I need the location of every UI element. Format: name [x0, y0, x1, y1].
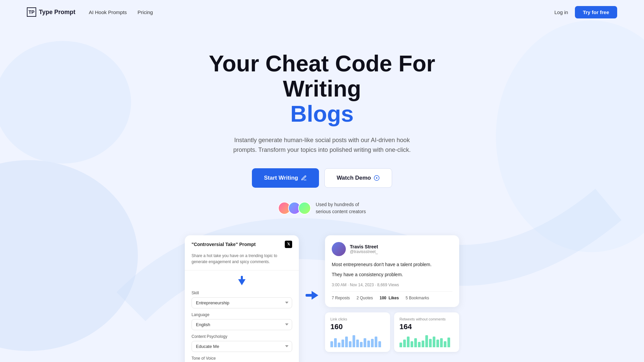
- nav-link-pricing[interactable]: Pricing: [138, 9, 153, 15]
- watch-demo-label: Watch Demo: [337, 175, 371, 181]
- content-psych-label: Content Psychology: [192, 334, 292, 339]
- tweet-avatar: [332, 242, 346, 256]
- social-proof-line2: serious content creators: [316, 209, 366, 214]
- prompt-form: Skill Entrepreneurship Language English …: [185, 291, 299, 362]
- tweet-reposts: 7 Reposts: [332, 296, 350, 300]
- stat-card-link-clicks: Link clicks 160: [325, 312, 390, 352]
- bar: [414, 338, 417, 347]
- bar: [418, 342, 421, 347]
- logo[interactable]: TP Type Prompt: [27, 7, 75, 17]
- hero-section: Your Cheat Code For Writing Blogs Instan…: [0, 24, 644, 215]
- watch-demo-button[interactable]: Watch Demo: [324, 168, 392, 188]
- svg-marker-5: [238, 279, 246, 285]
- bar: [429, 339, 432, 347]
- bar: [338, 343, 340, 347]
- tweet-quotes: 2 Quotes: [357, 296, 373, 300]
- tweet-name: Travis Street: [350, 244, 378, 249]
- stat-link-clicks-label: Link clicks: [330, 317, 385, 321]
- bar: [356, 340, 359, 347]
- arrow-down-icon: [185, 275, 299, 287]
- tweet-likes-value: 100: [380, 296, 386, 300]
- navbar: TP Type Prompt AI Hook Prompts Pricing L…: [0, 0, 644, 24]
- language-label: Language: [192, 312, 292, 317]
- language-select[interactable]: English: [192, 319, 292, 330]
- nav-links: AI Hook Prompts Pricing: [89, 9, 153, 15]
- hero-buttons: Start Writing Watch Demo: [252, 168, 392, 188]
- bar: [440, 338, 443, 347]
- avatar-group: [278, 202, 311, 215]
- tweet-bookmarks: 5 Bookmarks: [406, 296, 429, 300]
- skill-select[interactable]: Entrepreneurship: [192, 297, 292, 308]
- try-free-button[interactable]: Try for free: [575, 6, 617, 18]
- tweet-likes: 100 Likes: [380, 296, 399, 300]
- tweet-meta: 3:00 AM · Nov 14, 2023 · 8,669 Views: [332, 283, 452, 287]
- login-button[interactable]: Log in: [554, 9, 568, 15]
- bar: [375, 337, 377, 347]
- bar: [399, 343, 402, 347]
- bar: [353, 335, 355, 347]
- stat-retweets-value: 164: [399, 322, 454, 331]
- stat-retweets-label: Retweets without comments: [399, 317, 454, 321]
- content-psych-select[interactable]: Educate Me: [192, 341, 292, 352]
- bar: [411, 341, 413, 347]
- preview-section: "Controversial Take" Prompt 𝕏 Share a ho…: [0, 235, 644, 362]
- svg-marker-4: [376, 177, 378, 179]
- arrow-right-container: [306, 235, 318, 302]
- prompt-card-description: Share a hot take you have on a trending …: [185, 253, 299, 270]
- stat-link-clicks-bars: [330, 334, 385, 347]
- svg-rect-8: [306, 294, 313, 297]
- bar: [334, 338, 337, 347]
- social-proof-text: Used by hundreds of serious content crea…: [316, 201, 366, 215]
- skill-label: Skill: [192, 291, 292, 295]
- card-divider: [185, 270, 299, 270]
- play-icon: [374, 175, 380, 181]
- tweet-line1: Most entrepreneurs don't have a talent p…: [332, 261, 452, 268]
- start-writing-label: Start Writing: [264, 175, 298, 181]
- prompt-card: "Controversial Take" Prompt 𝕏 Share a ho…: [185, 235, 299, 362]
- bar: [436, 340, 439, 347]
- tone-label: Tone of Voice: [192, 356, 292, 361]
- social-proof: Used by hundreds of serious content crea…: [278, 201, 366, 215]
- stat-link-clicks-value: 160: [330, 322, 385, 331]
- x-social-icon: 𝕏: [285, 241, 292, 248]
- bar: [341, 340, 344, 347]
- bar: [425, 335, 428, 347]
- bar: [345, 337, 348, 347]
- nav-right: Log in Try for free: [554, 6, 617, 18]
- bar: [422, 341, 424, 347]
- preview-container: "Controversial Take" Prompt 𝕏 Share a ho…: [185, 235, 459, 362]
- tweet-line2: They have a consistency problem.: [332, 271, 452, 278]
- bar: [360, 342, 363, 347]
- tweet-handle: @travissstreet_: [350, 249, 378, 254]
- bar: [407, 337, 410, 347]
- prompt-card-title: "Controversial Take" Prompt: [192, 242, 256, 247]
- start-writing-button[interactable]: Start Writing: [252, 168, 319, 188]
- tweet-likes-label: Likes: [388, 296, 399, 300]
- svg-rect-6: [241, 276, 243, 280]
- hero-subtitle: Instantly generate human-like social pos…: [233, 135, 411, 155]
- logo-icon: TP: [27, 7, 36, 17]
- bar: [433, 337, 435, 347]
- tweet-user-info: Travis Street @travissstreet_: [350, 244, 378, 254]
- bar: [371, 339, 374, 347]
- arrow-right-icon: [306, 289, 318, 302]
- logo-text: Type Prompt: [39, 9, 75, 16]
- bar: [378, 341, 381, 347]
- hero-title: Your Cheat Code For Writing Blogs: [188, 51, 456, 126]
- bar: [403, 340, 406, 347]
- hero-title-line1: Your Cheat Code For Writing: [209, 51, 435, 101]
- stats-row: Link clicks 160 Retweets without comment…: [325, 312, 459, 352]
- prompt-card-header: "Controversial Take" Prompt 𝕏: [185, 235, 299, 253]
- tweet-stats: 7 Reposts 2 Quotes 100 Likes 5 Bookmarks: [332, 291, 452, 300]
- nav-link-ai-hook[interactable]: AI Hook Prompts: [89, 9, 127, 15]
- bar: [444, 341, 446, 347]
- nav-left: TP Type Prompt AI Hook Prompts Pricing: [27, 7, 153, 17]
- social-proof-line1: Used by hundreds of: [316, 202, 359, 207]
- pencil-icon: [301, 175, 307, 181]
- tweet-content: Most entrepreneurs don't have a talent p…: [332, 261, 452, 279]
- hero-title-line2: Blogs: [188, 101, 456, 126]
- tweet-header: Travis Street @travissstreet_: [332, 242, 452, 256]
- bar: [330, 341, 333, 347]
- bar: [364, 338, 366, 347]
- stat-card-retweets: Retweets without comments 164: [394, 312, 459, 352]
